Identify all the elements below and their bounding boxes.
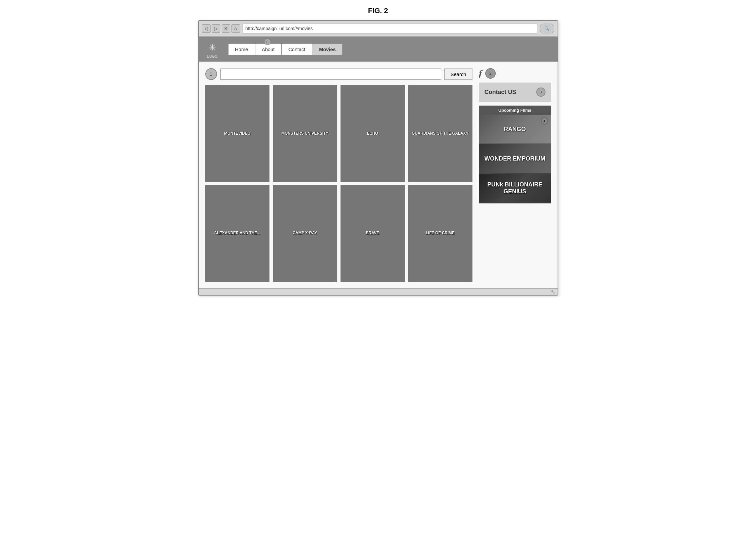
contact-circle-3[interactable]: 3 bbox=[536, 87, 545, 97]
movie-title-echo: ECHO bbox=[367, 131, 378, 136]
movie-card-guardians[interactable]: GUARDIANS OF THE GALAXY bbox=[408, 85, 472, 182]
nav-item-contact[interactable]: Contact bbox=[281, 44, 312, 55]
upcoming-films: Upcoming Films RANGO 4 WONDER EMPORIUM P… bbox=[479, 105, 551, 203]
movie-title-guardians: GUARDIANS OF THE GALAXY bbox=[412, 131, 468, 136]
sidebar-circle-2[interactable]: 2 bbox=[485, 68, 496, 79]
magnifier-icon: 🔍 bbox=[545, 26, 549, 31]
movie-card-brave[interactable]: BRAVE bbox=[340, 185, 405, 282]
movie-title-monsters: MONSTERS UNIVERSITY bbox=[281, 131, 329, 136]
upcoming-film-wonder[interactable]: WONDER EMPORIUM bbox=[479, 144, 551, 174]
sidebar-social-row: f 2 bbox=[479, 68, 551, 79]
contact-us-label: Contact US bbox=[485, 89, 516, 96]
contact-us-block[interactable]: Contact US 3 bbox=[479, 83, 551, 102]
browser-search-button[interactable]: 🔍 bbox=[540, 24, 554, 34]
upcoming-film-title-rango: RANGO bbox=[504, 126, 526, 133]
movie-title-life: LIFE OF CRIME bbox=[426, 231, 455, 236]
movie-grid: MONTEVIDEO MONSTERS UNIVERSITY ECHO bbox=[205, 85, 472, 282]
upcoming-film-punk[interactable]: PUNk BILLIONAIRE GENIUS bbox=[479, 174, 551, 203]
close-button[interactable]: ✕ bbox=[222, 24, 230, 33]
content-left: 1 Search MONTEVIDEO MONSTERS UNIVERSITY bbox=[205, 68, 472, 282]
movie-title-campxray: CAMP X-RAY bbox=[293, 231, 317, 236]
movie-card-monsters[interactable]: MONSTERS UNIVERSITY bbox=[273, 85, 337, 182]
movie-card-alexander[interactable]: ALEXANDER AND THE... bbox=[205, 185, 270, 282]
upcoming-film-title-wonder: WONDER EMPORIUM bbox=[485, 155, 545, 162]
address-bar[interactable] bbox=[243, 24, 537, 34]
movie-card-echo[interactable]: ECHO bbox=[340, 85, 405, 182]
browser-toolbar: ◁ ▷ ✕ ⌂ 🔍 bbox=[199, 21, 558, 37]
search-row: 1 Search bbox=[205, 68, 472, 80]
movie-card-montevideo[interactable]: MONTEVIDEO bbox=[205, 85, 270, 182]
nav-badge: 6 bbox=[264, 39, 271, 45]
forward-button[interactable]: ▷ bbox=[212, 24, 220, 33]
browser-window: ◁ ▷ ✕ ⌂ 🔍 ✳ LOGO 6 Home About Contact Mo… bbox=[198, 20, 558, 296]
search-button[interactable]: Search bbox=[444, 68, 472, 80]
home-button[interactable]: ⌂ bbox=[231, 24, 240, 33]
back-button[interactable]: ◁ bbox=[202, 24, 211, 33]
movie-title-brave: BRAVE bbox=[366, 231, 379, 236]
browser-statusbar: 🔧 bbox=[199, 288, 558, 295]
logo-icon: ✳ bbox=[205, 40, 220, 54]
nav-buttons: ◁ ▷ ✕ ⌂ bbox=[202, 24, 240, 33]
figure-title: FIG. 2 bbox=[368, 6, 388, 15]
movie-title-alexander: ALEXANDER AND THE... bbox=[214, 231, 260, 236]
nav-item-home[interactable]: Home bbox=[228, 44, 255, 55]
nav-item-movies[interactable]: Movies bbox=[312, 44, 342, 55]
logo-text: LOGO bbox=[207, 54, 218, 58]
website-content: ✳ LOGO 6 Home About Contact Movies 1 Sea… bbox=[199, 37, 558, 288]
site-logo: ✳ LOGO bbox=[205, 40, 220, 58]
upcoming-film-title-punk: PUNk BILLIONAIRE GENIUS bbox=[479, 181, 551, 195]
movie-card-life[interactable]: LIFE OF CRIME bbox=[408, 185, 472, 282]
statusbar-icon: 🔧 bbox=[550, 290, 555, 294]
site-header: ✳ LOGO 6 Home About Contact Movies bbox=[199, 37, 558, 62]
movie-card-campxray[interactable]: CAMP X-RAY bbox=[273, 185, 337, 282]
upcoming-clock-rango: 4 bbox=[541, 117, 548, 124]
upcoming-film-rango[interactable]: RANGO 4 bbox=[479, 115, 551, 144]
search-input[interactable] bbox=[220, 68, 441, 80]
site-main: 1 Search MONTEVIDEO MONSTERS UNIVERSITY bbox=[199, 62, 558, 288]
movie-title-montevideo: MONTEVIDEO bbox=[224, 131, 250, 136]
facebook-icon: f bbox=[479, 68, 482, 79]
content-right: f 2 Contact US 3 Upcoming Films RANGO 4 bbox=[479, 68, 551, 282]
nav-menu: Home About Contact Movies bbox=[228, 44, 343, 55]
upcoming-films-title: Upcoming Films bbox=[479, 106, 551, 115]
search-circle-button[interactable]: 1 bbox=[205, 68, 217, 80]
